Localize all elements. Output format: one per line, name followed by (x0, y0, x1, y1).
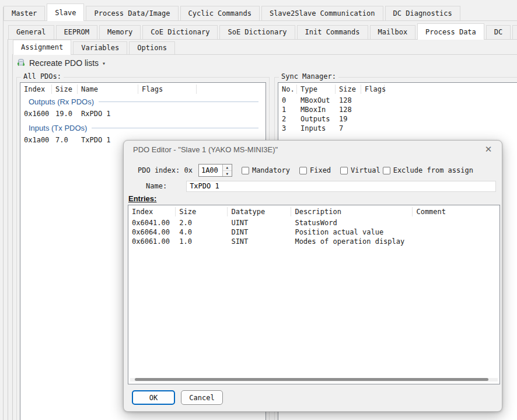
horizontal-scrollbar[interactable] (130, 378, 498, 382)
cell-type: Outputs (297, 115, 336, 123)
panel-border (3, 7, 4, 420)
close-icon[interactable]: ✕ (482, 143, 495, 156)
column-header-filler (197, 85, 266, 94)
spin-buttons: ▲ ▼ (222, 164, 232, 176)
pdo-index-input[interactable] (199, 164, 222, 176)
outputs-group-row: Outputs (Rx PDOs) (20, 96, 266, 108)
tab-general[interactable]: General (8, 25, 54, 39)
tab-cyclic-commands[interactable]: Cyclic Commands (180, 6, 260, 20)
column-header-size: Size (176, 207, 228, 216)
cell-datatype: SINT (228, 237, 291, 246)
cell-description: Modes of operation display (291, 237, 413, 246)
pdo-row-0x1600[interactable]: 0x1600 19.0 RxPDO 1 (20, 108, 266, 120)
cell-index: 0x1a00 (20, 136, 52, 144)
cell-size: 2.0 (176, 219, 228, 227)
group-rule (99, 102, 258, 102)
fixed-label: Fixed (310, 166, 331, 174)
cancel-button[interactable]: Cancel (181, 390, 223, 405)
sync-row-0[interactable]: 0 MBoxOut 128 (278, 96, 517, 105)
tab-process-data[interactable]: Process Data (417, 23, 484, 40)
panel-border (8, 39, 8, 420)
pdo-editor-dialog: PDO Editor - "Slave 1 (YAKO MS-MINI3E)" … (123, 140, 502, 412)
sync-row-2[interactable]: 2 Outputs 19 (278, 114, 517, 124)
sync-manager-header-row: No. Type Size Flags (278, 83, 517, 96)
mandatory-label: Mandatory (252, 166, 290, 174)
tab-mailbox[interactable]: Mailbox (370, 25, 416, 39)
dropdown-arrow-icon[interactable]: ▾ (102, 60, 106, 66)
tab-eeprom[interactable]: EEPROM (56, 25, 97, 39)
mandatory-checkbox-box[interactable] (242, 167, 249, 174)
tab-soe-dictionary[interactable]: SoE Dictionary (219, 25, 295, 39)
tab-assignment[interactable]: Assignment (13, 40, 71, 55)
column-header-name: Name (78, 85, 138, 94)
column-header-flags: Flags (138, 85, 197, 94)
cell-index: 0x6064.00 (128, 228, 176, 236)
sync-row-1[interactable]: 1 MBoxIn 128 (278, 105, 517, 114)
name-label: Name: (146, 182, 167, 190)
column-header-size: Size (52, 85, 78, 94)
ok-button[interactable]: OK (132, 390, 175, 405)
sync-row-3[interactable]: 3 Inputs 7 (278, 124, 517, 133)
scrollbar-thumb[interactable] (135, 378, 488, 381)
column-header-no: No. (278, 85, 297, 94)
all-pdos-header-row: Index Size Name Flags (20, 83, 266, 96)
recreate-pdo-lists-button[interactable]: Recreate PDO lists ▾ (16, 57, 106, 69)
checkbox-virtual[interactable]: Virtual (340, 166, 380, 174)
tab-dc-diagnostics[interactable]: DC Diagnostics (385, 6, 460, 20)
process-data-tab-bar: Assignment Variables Options (13, 40, 175, 54)
tab-variables[interactable]: Variables (73, 41, 127, 54)
entry-row-0x6061[interactable]: 0x6061.00 1.0 SINT Modes of operation di… (128, 237, 499, 246)
cell-size: 128 (336, 106, 361, 114)
cell-index: 0x1600 (20, 110, 52, 118)
cell-index: 0x6061.00 (128, 237, 176, 246)
column-header-comment: Comment (413, 207, 499, 216)
tab-modules[interactable]: Modules (512, 25, 517, 39)
app-window: Master Slave Process Data/Image Cyclic C… (0, 0, 517, 420)
recreate-pdo-lists-label: Recreate PDO lists (29, 58, 99, 68)
column-header-description: Description (291, 207, 413, 216)
column-header-size: Size (336, 85, 361, 94)
entry-row-0x6041[interactable]: 0x6041.00 2.0 UINT StatusWord (128, 218, 499, 228)
spin-up-icon[interactable]: ▲ (223, 164, 232, 171)
tab-master[interactable]: Master (4, 6, 45, 20)
pdo-index-row: PDO index: 0x ▲ ▼ Mandatory Fixed Virtua… (138, 164, 473, 177)
column-header-index: Index (128, 207, 176, 216)
tab-options[interactable]: Options (129, 41, 175, 54)
fixed-checkbox-box[interactable] (299, 167, 307, 174)
cell-size: 1.0 (176, 237, 228, 246)
cell-no: 3 (278, 124, 297, 132)
name-row: Name: (146, 180, 496, 192)
checkbox-fixed[interactable]: Fixed (299, 166, 331, 174)
cell-size: 4.0 (176, 228, 228, 236)
cell-index: 0x6041.00 (128, 219, 176, 227)
panel-border (12, 54, 13, 420)
virtual-checkbox-box[interactable] (340, 167, 348, 174)
cell-no: 0 (278, 96, 297, 104)
checkbox-exclude-from-assign[interactable]: Exclude from assign (383, 166, 473, 174)
pdo-name-input[interactable] (186, 181, 496, 192)
tab-process-data-image[interactable]: Process Data/Image (86, 6, 178, 20)
checkbox-mandatory[interactable]: Mandatory (242, 166, 290, 174)
tab-slave[interactable]: Slave (47, 4, 84, 21)
column-header-type: Type (297, 85, 336, 94)
inputs-group-row: Inputs (Tx PDOs) (20, 122, 266, 134)
cell-size: 19 (336, 115, 361, 123)
main-tab-bar: Master Slave Process Data/Image Cyclic C… (4, 4, 460, 20)
spin-down-icon[interactable]: ▼ (223, 171, 232, 177)
column-header-index: Index (20, 85, 52, 94)
cell-no: 1 (278, 106, 297, 114)
slave-tab-bar: General EEPROM Memory CoE Dictionary SoE… (8, 23, 517, 39)
recreate-pdo-lists-icon (16, 58, 26, 68)
tab-init-commands[interactable]: Init Commands (297, 25, 368, 39)
column-header-flags: Flags (361, 85, 385, 94)
tab-memory[interactable]: Memory (99, 25, 141, 39)
tab-coe-dictionary[interactable]: CoE Dictionary (142, 25, 218, 39)
dialog-title-bar[interactable]: PDO Editor - "Slave 1 (YAKO MS-MINI3E)" … (124, 141, 502, 158)
tab-dc[interactable]: DC (486, 25, 511, 39)
entries-list[interactable]: Index Size Datatype Description Comment … (128, 205, 500, 384)
tab-baseline (12, 54, 517, 55)
exclude-checkbox-box[interactable] (383, 167, 390, 174)
tab-slave2slave-communication[interactable]: Slave2Slave Communication (261, 6, 383, 20)
entry-row-0x6064[interactable]: 0x6064.00 4.0 DINT Position actual value (128, 228, 499, 237)
entries-header-row: Index Size Datatype Description Comment (128, 205, 499, 218)
